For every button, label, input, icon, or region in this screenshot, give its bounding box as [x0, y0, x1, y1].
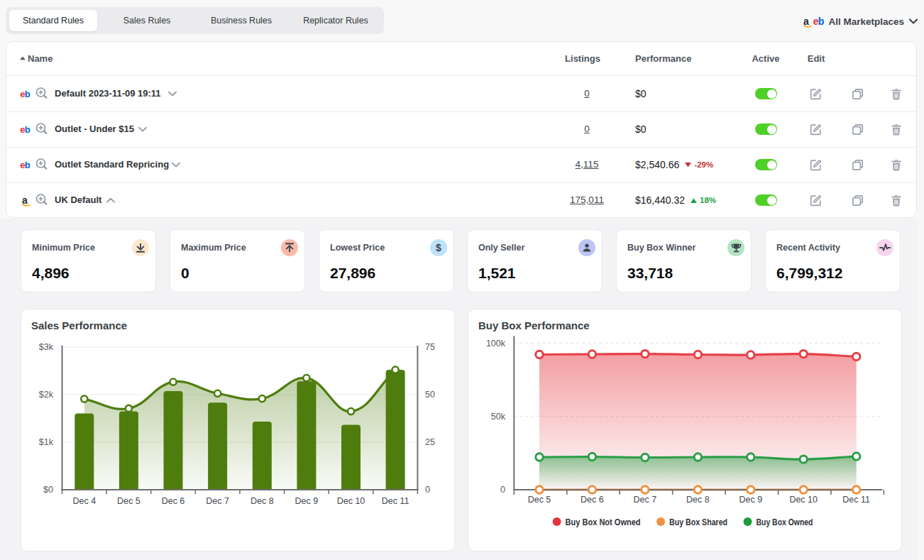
svg-text:0: 0 [425, 485, 430, 495]
svg-text:Dec 10: Dec 10 [789, 495, 818, 505]
svg-text:Dec 9: Dec 9 [295, 496, 319, 506]
svg-text:50: 50 [425, 390, 435, 400]
svg-text:$2k: $2k [39, 390, 54, 400]
svg-text:50k: 50k [491, 412, 506, 422]
svg-text:Dec 8: Dec 8 [251, 496, 274, 506]
svg-text:Buy Box Owned: Buy Box Owned [757, 517, 813, 527]
svg-text:$1k: $1k [39, 437, 54, 447]
svg-text:Dec 6: Dec 6 [581, 495, 604, 505]
svg-text:Dec 7: Dec 7 [206, 496, 229, 506]
svg-text:Sales Performance: Sales Performance [31, 319, 127, 331]
svg-text:Dec 10: Dec 10 [337, 496, 365, 506]
svg-text:Dec 11: Dec 11 [842, 495, 870, 505]
svg-text:Dec 4: Dec 4 [72, 496, 96, 506]
svg-text:$0: $0 [43, 485, 53, 495]
svg-text:Dec 7: Dec 7 [634, 495, 657, 505]
svg-text:Buy Box Not Owned: Buy Box Not Owned [566, 517, 641, 527]
svg-text:Dec 9: Dec 9 [739, 495, 762, 505]
svg-text:Dec 5: Dec 5 [528, 495, 551, 505]
svg-text:100k: 100k [486, 339, 506, 348]
svg-text:25: 25 [425, 437, 435, 447]
svg-text:Buy Box Performance: Buy Box Performance [478, 319, 590, 331]
svg-text:Dec 5: Dec 5 [117, 496, 141, 506]
svg-text:Dec 8: Dec 8 [686, 495, 710, 505]
svg-text:Buy Box Shared: Buy Box Shared [669, 517, 727, 527]
svg-text:0: 0 [500, 485, 505, 495]
svg-text:$3k: $3k [39, 342, 54, 352]
svg-text:Dec 6: Dec 6 [162, 496, 185, 506]
svg-text:Dec 11: Dec 11 [382, 496, 409, 506]
svg-text:75: 75 [425, 342, 435, 352]
